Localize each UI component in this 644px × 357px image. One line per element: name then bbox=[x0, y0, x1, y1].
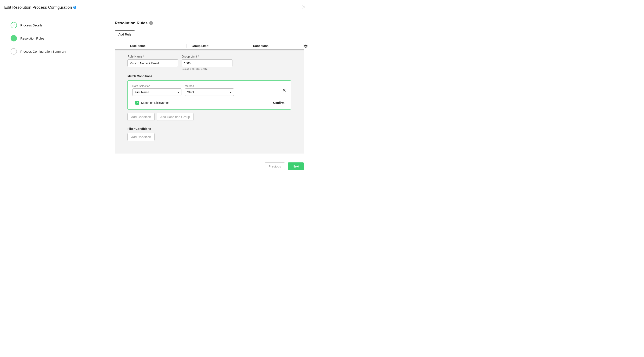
method-wrap: Method Strict bbox=[185, 84, 234, 96]
filter-condition-buttons: Add Condition bbox=[128, 133, 291, 141]
step-summary[interactable]: Process Configuration Summary bbox=[10, 48, 104, 54]
column-conditions: Conditions bbox=[248, 44, 304, 47]
group-limit-label: Group Limit * bbox=[182, 55, 232, 58]
rule-name-label: Rule Name * bbox=[128, 55, 178, 58]
close-button[interactable] bbox=[301, 4, 306, 10]
dialog-header: Edit Resolution Process Configuration ? bbox=[0, 0, 310, 14]
rule-editor-panel: Rule Name * Group Limit * Default is 1k.… bbox=[115, 50, 304, 154]
dialog-title-wrap: Edit Resolution Process Configuration ? bbox=[4, 5, 76, 10]
rule-basic-fields: Rule Name * Group Limit * Default is 1k.… bbox=[128, 55, 291, 70]
dialog-footer: Previous Next bbox=[0, 160, 310, 172]
close-icon bbox=[302, 5, 305, 8]
column-group-limit: Group Limit bbox=[186, 44, 248, 47]
condition-card: Data Selection First Name Method Strict bbox=[128, 80, 291, 110]
condition-remove-button[interactable] bbox=[283, 88, 286, 93]
checkbox-inner: Match on NickNames bbox=[132, 101, 169, 105]
gear-icon bbox=[304, 44, 308, 48]
add-condition-group-button[interactable]: Add Condition Group bbox=[157, 113, 194, 121]
section-title-row: Resolution Rules i bbox=[115, 21, 304, 25]
step-process-details[interactable]: Process Details bbox=[10, 22, 104, 28]
checkbox-row: Match on NickNames Confirm bbox=[132, 101, 286, 105]
table-settings-button[interactable] bbox=[303, 43, 309, 50]
step-label: Resolution Rules bbox=[20, 36, 44, 40]
data-selection-wrap: Data Selection First Name bbox=[132, 84, 182, 96]
method-select[interactable]: Strict bbox=[185, 88, 234, 96]
section-title: Resolution Rules bbox=[115, 21, 148, 25]
table-header-row: Rule Name Group Limit Conditions bbox=[115, 42, 304, 50]
main-content: Resolution Rules i Add Rule Rule Name Gr… bbox=[108, 14, 310, 160]
match-nicknames-label: Match on NickNames bbox=[141, 101, 169, 104]
step-resolution-rules[interactable]: Resolution Rules bbox=[10, 35, 104, 41]
confirm-button[interactable]: Confirm bbox=[273, 101, 286, 104]
close-icon bbox=[283, 89, 286, 92]
group-limit-field-group: Group Limit * Default is 1k. Max is 10k. bbox=[182, 55, 232, 70]
help-icon[interactable]: ? bbox=[73, 6, 76, 9]
rule-name-input[interactable] bbox=[128, 59, 178, 67]
step-indicator-done bbox=[10, 22, 17, 28]
method-label: Method bbox=[185, 84, 234, 87]
step-label: Process Details bbox=[20, 23, 42, 27]
dialog-title: Edit Resolution Process Configuration bbox=[4, 5, 72, 10]
previous-button[interactable]: Previous bbox=[265, 162, 285, 170]
rule-name-field-group: Rule Name * bbox=[128, 55, 178, 70]
dialog-body: Process Details Resolution Rules Process… bbox=[0, 14, 310, 160]
info-icon[interactable]: i bbox=[149, 21, 153, 25]
add-condition-button[interactable]: Add Condition bbox=[128, 113, 154, 121]
sidebar-steps: Process Details Resolution Rules Process… bbox=[0, 14, 108, 160]
step-connector bbox=[14, 41, 14, 48]
match-nicknames-checkbox[interactable] bbox=[135, 101, 139, 105]
step-connector bbox=[14, 28, 14, 35]
group-limit-input[interactable] bbox=[182, 59, 232, 67]
step-indicator-active bbox=[10, 35, 17, 41]
add-rule-button[interactable]: Add Rule bbox=[115, 30, 135, 38]
group-limit-helper: Default is 1k. Max is 10k. bbox=[182, 68, 232, 70]
add-filter-condition-button[interactable]: Add Condition bbox=[128, 133, 154, 141]
data-selection-select[interactable]: First Name bbox=[132, 88, 182, 96]
match-condition-buttons: Add Condition Add Condition Group bbox=[128, 113, 291, 121]
data-selection-label: Data Selection bbox=[132, 84, 182, 87]
step-label: Process Configuration Summary bbox=[20, 50, 66, 53]
step-indicator-pending bbox=[10, 48, 17, 54]
check-icon bbox=[12, 24, 16, 27]
match-conditions-label: Match Conditions bbox=[128, 74, 291, 78]
next-button[interactable]: Next bbox=[288, 162, 304, 170]
check-icon bbox=[136, 101, 138, 104]
filter-conditions-label: Filter Conditions bbox=[128, 127, 291, 130]
column-rule-name: Rule Name bbox=[125, 44, 186, 47]
condition-row: Data Selection First Name Method Strict bbox=[132, 84, 286, 96]
